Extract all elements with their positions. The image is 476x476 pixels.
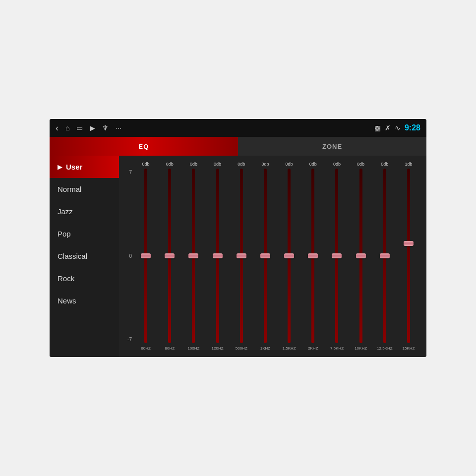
freq-label-500HZ: 500HZ	[236, 343, 247, 353]
slider-col-500HZ: 0db500HZ	[230, 160, 253, 353]
slider-col-100HZ: 0db100HZ	[181, 160, 205, 353]
sidebar-item-normal[interactable]: Normal	[50, 178, 119, 200]
bluetooth-icon: ✗	[385, 124, 391, 132]
slider-track-7.5KHZ[interactable]	[335, 169, 338, 343]
slider-thumb-12.5KHZ[interactable]	[380, 253, 390, 258]
db-label-15KHZ: 1db	[405, 160, 412, 169]
clock: 9:28	[405, 123, 420, 132]
db-label-60HZ: 0db	[142, 160, 150, 169]
slider-track-500HZ[interactable]	[240, 169, 243, 343]
sidebar-item-news[interactable]: News	[50, 290, 119, 312]
slider-track-container-7.5KHZ	[325, 169, 349, 343]
freq-label-12.5KHZ: 12.5KHZ	[377, 343, 393, 353]
db-label-7.5KHZ: 0db	[333, 160, 341, 169]
tab-eq[interactable]: EQ	[50, 137, 238, 156]
slider-thumb-100HZ[interactable]	[188, 253, 198, 258]
slider-track-container-10KHZ	[349, 169, 373, 343]
slider-track-container-12.5KHZ	[373, 169, 397, 343]
db-label-1.5KHZ: 0db	[286, 160, 293, 169]
db-label-120HZ: 0db	[214, 160, 221, 169]
slider-col-2KHZ: 0db2KHZ	[301, 160, 325, 353]
freq-label-10KHZ: 10KHZ	[355, 343, 367, 353]
freq-label-2KHZ: 2KHZ	[308, 343, 318, 353]
back-button[interactable]: ‹	[56, 123, 59, 133]
slider-col-12.5KHZ: 0db12.5KHZ	[373, 160, 397, 353]
db-label-500HZ: 0db	[238, 160, 245, 169]
slider-track-12.5KHZ[interactable]	[383, 169, 386, 343]
slider-track-1.5KHZ[interactable]	[288, 169, 291, 343]
eq-panel: 7 0 -7 0db60HZ0db80HZ0db100HZ0db120HZ0db…	[119, 156, 426, 357]
slider-track-10KHZ[interactable]	[359, 169, 362, 343]
db-label-2KHZ: 0db	[309, 160, 317, 169]
slider-thumb-7.5KHZ[interactable]	[332, 253, 342, 258]
slider-track-120HZ[interactable]	[216, 169, 219, 343]
wifi-icon: ∿	[395, 124, 401, 132]
slider-track-container-500HZ	[230, 169, 253, 343]
device-frame: ‹ ⌂ ▭ ▶ ♆ ··· ▩ ✗ ∿ 9:28 EQ ZONE ▶ User	[50, 119, 426, 357]
slider-track-100HZ[interactable]	[192, 169, 195, 343]
slider-thumb-120HZ[interactable]	[213, 253, 223, 258]
slider-col-10KHZ: 0db10KHZ	[349, 160, 373, 353]
slider-track-15KHZ[interactable]	[407, 169, 410, 343]
play-icon: ▶	[58, 164, 62, 171]
camera-icon[interactable]: ▶	[90, 124, 95, 132]
tab-zone[interactable]: ZONE	[238, 137, 426, 156]
freq-label-15KHZ: 15KHZ	[403, 343, 415, 353]
scale-bottom: -7	[127, 337, 132, 342]
main-content: ▶ User Normal Jazz Pop Classical Rock Ne…	[50, 156, 426, 357]
more-icon[interactable]: ···	[116, 124, 121, 132]
slider-track-container-1.5KHZ	[277, 169, 301, 343]
bag-icon[interactable]: ♆	[102, 124, 109, 132]
status-bar-left: ‹ ⌂ ▭ ▶ ♆ ···	[56, 123, 121, 133]
slider-col-15KHZ: 1db15KHZ	[397, 160, 420, 353]
slider-thumb-500HZ[interactable]	[237, 253, 246, 258]
sidebar-item-user[interactable]: ▶ User	[50, 156, 119, 178]
status-bar: ‹ ⌂ ▭ ▶ ♆ ··· ▩ ✗ ∿ 9:28	[50, 119, 426, 137]
freq-label-60HZ: 60HZ	[141, 343, 151, 353]
slider-col-80HZ: 0db80HZ	[158, 160, 181, 353]
db-label-10KHZ: 0db	[357, 160, 364, 169]
window-icon[interactable]: ▭	[76, 124, 83, 132]
cast-icon: ▩	[374, 124, 381, 132]
slider-track-80HZ[interactable]	[168, 169, 171, 343]
slider-thumb-1KHZ[interactable]	[260, 253, 270, 258]
slider-track-container-120HZ	[206, 169, 230, 343]
scale-top: 7	[129, 170, 132, 175]
sidebar-item-classical[interactable]: Classical	[50, 245, 119, 267]
freq-label-1.5KHZ: 1.5KHZ	[283, 343, 296, 353]
scale-middle: 0	[129, 253, 132, 259]
freq-label-120HZ: 120HZ	[212, 343, 224, 353]
tab-bar: EQ ZONE	[50, 137, 426, 156]
slider-track-60HZ[interactable]	[144, 169, 147, 343]
eq-scale: 7 0 -7	[123, 160, 134, 353]
db-label-12.5KHZ: 0db	[381, 160, 388, 169]
db-label-1KHZ: 0db	[261, 160, 269, 169]
db-label-100HZ: 0db	[190, 160, 197, 169]
slider-col-1.5KHZ: 0db1.5KHZ	[277, 160, 301, 353]
slider-col-60HZ: 0db60HZ	[134, 160, 158, 353]
slider-thumb-80HZ[interactable]	[165, 253, 175, 258]
slider-track-container-100HZ	[181, 169, 205, 343]
home-icon[interactable]: ⌂	[65, 124, 69, 132]
slider-track-container-15KHZ	[397, 169, 420, 343]
db-label-80HZ: 0db	[166, 160, 174, 169]
slider-thumb-1.5KHZ[interactable]	[284, 253, 294, 258]
slider-track-container-80HZ	[158, 169, 181, 343]
eq-grid: 7 0 -7 0db60HZ0db80HZ0db100HZ0db120HZ0db…	[123, 160, 420, 353]
slider-thumb-60HZ[interactable]	[141, 253, 151, 258]
sliders-area: 0db60HZ0db80HZ0db100HZ0db120HZ0db500HZ0d…	[134, 160, 420, 353]
sidebar-item-pop[interactable]: Pop	[50, 223, 119, 245]
slider-thumb-10KHZ[interactable]	[356, 253, 366, 258]
slider-thumb-2KHZ[interactable]	[308, 253, 318, 258]
slider-track-container-60HZ	[134, 169, 158, 343]
status-bar-right: ▩ ✗ ∿ 9:28	[374, 123, 420, 132]
sidebar: ▶ User Normal Jazz Pop Classical Rock Ne…	[50, 156, 119, 357]
freq-label-1KHZ: 1KHZ	[260, 343, 270, 353]
slider-track-container-2KHZ	[301, 169, 325, 343]
slider-track-1KHZ[interactable]	[264, 169, 267, 343]
slider-track-2KHZ[interactable]	[311, 169, 314, 343]
slider-thumb-15KHZ[interactable]	[404, 241, 414, 246]
sidebar-item-rock[interactable]: Rock	[50, 267, 119, 290]
sidebar-item-jazz[interactable]: Jazz	[50, 200, 119, 223]
slider-col-120HZ: 0db120HZ	[206, 160, 230, 353]
